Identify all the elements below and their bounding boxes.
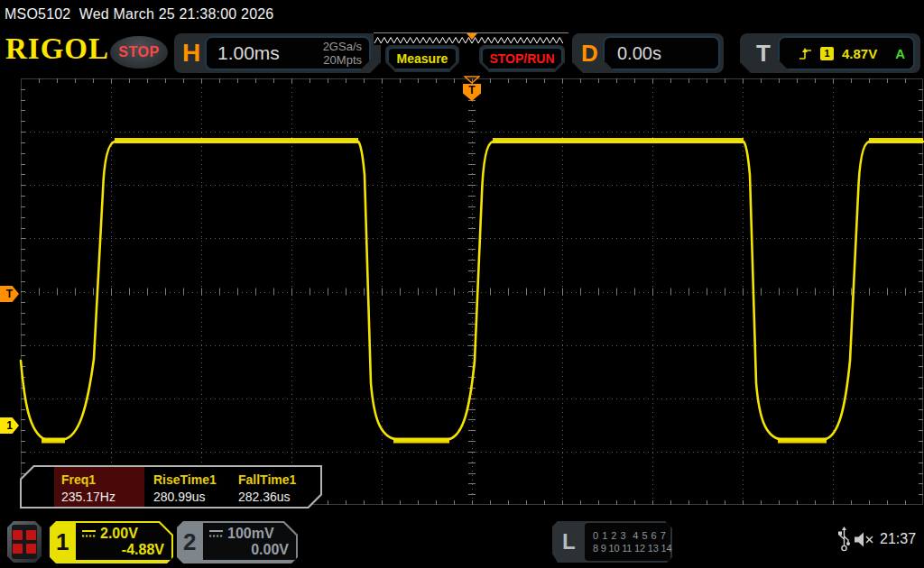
grid-square xyxy=(13,530,23,540)
channel2-offset: 0.00V xyxy=(251,542,289,558)
dc-coupling-icon xyxy=(82,529,96,538)
channel2-readout: 100mV 0.00V xyxy=(203,523,296,560)
measurement-name: RiseTime1 xyxy=(153,472,233,487)
clock: 21:37 xyxy=(880,531,916,547)
measurement-name: Freq1 xyxy=(61,472,144,487)
channel1-readout: 2.00V -4.88V xyxy=(76,523,171,560)
channel2-box[interactable]: 2 100mV 0.00V xyxy=(177,521,298,563)
measurement-panel-body: Freq1 235.17Hz RiseTime1 280.99us FallTi… xyxy=(22,467,320,507)
logic-channels-box[interactable]: L 0 1 2 3 4 5 6 7 8 9 10 11 12 13 14 15 xyxy=(552,521,672,563)
measurement-value: 235.17Hz xyxy=(61,490,144,504)
logic-label: L xyxy=(562,529,576,554)
measurement-name: FallTime1 xyxy=(238,472,318,487)
measurement-panel: Freq1 235.17Hz RiseTime1 280.99us FallTi… xyxy=(20,465,322,508)
measurement-value: 282.36us xyxy=(238,490,318,504)
measurement-value: 280.99us xyxy=(153,490,233,504)
oscilloscope-screen: MSO5102 Wed March 25 21:38:00 2026 RIGOL… xyxy=(0,0,924,568)
logic-row-8-15: 8 9 10 11 12 13 14 15 xyxy=(593,542,670,554)
usb-icon xyxy=(837,527,851,552)
measurement-item-risetime1[interactable]: RiseTime1 280.99us xyxy=(146,467,233,507)
logic-row-0-7: 0 1 2 3 4 5 6 7 xyxy=(593,529,670,542)
channel1-offset: -4.88V xyxy=(122,542,164,558)
grid-square xyxy=(26,544,36,554)
speaker-muted-icon xyxy=(855,532,874,547)
multi-window-button[interactable] xyxy=(7,521,42,563)
trigger-position-outline-icon xyxy=(464,76,480,84)
logic-channel-list: 0 1 2 3 4 5 6 7 8 9 10 11 12 13 14 15 xyxy=(585,523,670,561)
channel2-scale: 100mV xyxy=(227,526,274,542)
measurement-item-falltime1[interactable]: FallTime1 282.36us xyxy=(231,467,318,507)
dc-coupling-icon xyxy=(209,529,223,538)
grid-square xyxy=(13,544,23,554)
channel1-box[interactable]: 1 2.00V -4.88V xyxy=(50,521,173,563)
windows-grid-icon xyxy=(12,525,37,559)
measurement-item-freq1[interactable]: Freq1 235.17Hz xyxy=(54,467,144,507)
channel1-number: 1 xyxy=(56,528,76,556)
channel2-number: 2 xyxy=(183,528,203,556)
grid-square xyxy=(26,530,36,540)
channel1-scale: 2.00V xyxy=(100,526,138,542)
